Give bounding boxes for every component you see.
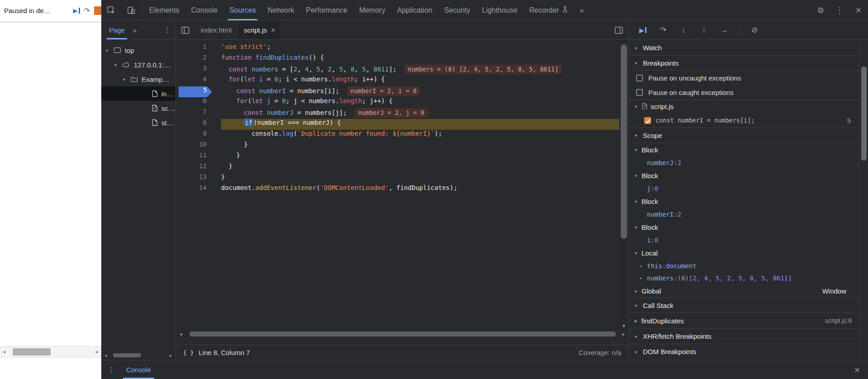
step-button[interactable]: → bbox=[716, 24, 733, 37]
file-tree-item-style[interactable]: style… bbox=[101, 115, 175, 130]
line-number-3[interactable]: 3 bbox=[176, 65, 213, 76]
pretty-print-icon[interactable]: { } bbox=[183, 349, 193, 356]
breakpoint-file-group[interactable]: ▾ script.js bbox=[629, 99, 859, 113]
code-line-9[interactable]: console.log(`Duplicate number found: ${n… bbox=[221, 130, 619, 141]
panel-tab-security[interactable]: Security bbox=[438, 0, 476, 20]
call-stack-section-header[interactable]: ▾ Call Stack bbox=[629, 298, 859, 313]
file-tab-index-html[interactable]: index.html bbox=[195, 21, 238, 39]
line-number-9[interactable]: 9 bbox=[176, 130, 213, 141]
checkbox-unchecked-icon[interactable] bbox=[636, 75, 643, 81]
code-line-10[interactable]: } bbox=[221, 141, 619, 152]
scope-group-block[interactable]: ▾Block bbox=[629, 194, 859, 208]
code-line-6[interactable]: for(let j = 0; j < numbers.length; j++) … bbox=[221, 97, 619, 108]
scope-variable-i[interactable]: i: 0 bbox=[629, 234, 859, 246]
line-number-11[interactable]: 11 bbox=[176, 152, 213, 162]
line-number-8[interactable]: 8 bbox=[176, 119, 213, 130]
scope-group-global[interactable]: ▸GlobalWindow bbox=[629, 284, 859, 298]
breakpoint-entry[interactable]: const numberI = numbers[i]; 5 bbox=[629, 113, 859, 128]
code-line-5[interactable]: const numberI = numbers[i];numberI = 2, … bbox=[221, 86, 619, 97]
devtools-menu-kebab-icon[interactable]: ⋮ bbox=[830, 0, 849, 20]
file-tree-item-inde[interactable]: inde… bbox=[101, 86, 175, 101]
panel-tab-network[interactable]: Network bbox=[262, 0, 300, 20]
more-panels-button[interactable]: » bbox=[574, 0, 589, 20]
line-number-14[interactable]: 14 bbox=[176, 184, 213, 195]
scope-group-block[interactable]: ▾Block bbox=[629, 143, 859, 156]
panel-tab-performance[interactable]: Performance bbox=[300, 0, 354, 20]
deactivate-breakpoints-button[interactable]: ⊘ bbox=[746, 24, 763, 37]
navigator-horizontal-scrollbar[interactable]: ◄ ► bbox=[101, 351, 175, 360]
editor-vscrollbar-thumb[interactable] bbox=[621, 44, 627, 239]
scope-group-block[interactable]: ▾Block bbox=[629, 220, 859, 234]
panel-tab-recorder[interactable]: Recorder bbox=[524, 0, 575, 20]
tab-console-drawer[interactable]: Console bbox=[123, 360, 154, 379]
scroll-right-arrow-icon[interactable]: ► bbox=[167, 351, 175, 360]
scroll-left-arrow-icon[interactable]: ◄ bbox=[0, 346, 8, 357]
close-devtools-button[interactable]: × bbox=[849, 0, 868, 20]
panel-tab-memory[interactable]: Memory bbox=[353, 0, 391, 20]
file-tree-item-top[interactable]: ▾top bbox=[101, 43, 175, 57]
execution-line-8[interactable]: if(numberI === numberJ) { bbox=[221, 119, 619, 130]
scroll-right-arrow-icon[interactable]: ► bbox=[619, 329, 627, 339]
navigator-menu-kebab-icon[interactable]: ⋮ bbox=[164, 26, 171, 34]
breakpoints-section-header[interactable]: ▾ Breakpoints bbox=[629, 55, 859, 71]
settings-gear-icon[interactable]: ⚙ bbox=[811, 0, 830, 20]
line-number-13[interactable]: 13 bbox=[176, 173, 213, 184]
file-tab-script-js[interactable]: script.js× bbox=[238, 21, 281, 39]
chevron-down-icon[interactable]: ▾ bbox=[114, 62, 122, 67]
breakpoint-marker-line-5[interactable]: 5 bbox=[179, 86, 212, 97]
sidebar-vertical-scrollbar[interactable] bbox=[859, 40, 868, 360]
line-number-12[interactable]: 12 bbox=[176, 162, 213, 173]
close-tab-icon[interactable]: × bbox=[271, 26, 275, 34]
line-number-2[interactable]: 2 bbox=[176, 54, 213, 65]
panel-tab-application[interactable]: Application bbox=[391, 0, 438, 20]
close-drawer-button[interactable]: × bbox=[846, 365, 868, 375]
code-line-2[interactable]: function findDuplicates() { bbox=[221, 54, 619, 65]
code-line-4[interactable]: for(let i = 0; i < numbers.length; i++) … bbox=[221, 76, 619, 86]
drawer-menu-kebab-icon[interactable]: ⋮ bbox=[101, 365, 121, 374]
xhr-breakpoints-section-header[interactable]: ▸ XHR/fetch Breakpoints bbox=[629, 328, 859, 344]
inspect-element-icon[interactable] bbox=[101, 0, 121, 20]
step-into-button[interactable]: ↓ bbox=[675, 24, 692, 37]
scope-variable-this[interactable]: ▸this: document bbox=[629, 260, 859, 272]
scroll-left-arrow-icon[interactable]: ◄ bbox=[102, 351, 109, 360]
code-line-11[interactable]: } bbox=[221, 152, 619, 162]
editor-vertical-scrollbar[interactable]: ▼ bbox=[619, 40, 628, 329]
code-line-13[interactable]: } bbox=[221, 173, 619, 184]
navigator-more-tabs-button[interactable]: » bbox=[133, 26, 137, 34]
line-number-10[interactable]: 10 bbox=[176, 141, 213, 152]
line-number-1[interactable]: 1 bbox=[176, 43, 213, 54]
checkbox-checked-icon[interactable] bbox=[644, 117, 651, 124]
editor-hscrollbar-thumb[interactable] bbox=[189, 332, 616, 336]
chevron-down-icon[interactable]: ▾ bbox=[123, 77, 131, 82]
code-line-3[interactable]: const numbers = [2, 4, 5, 2, 5, 8, 5, 86… bbox=[221, 65, 619, 76]
resume-button[interactable]: ▶ bbox=[634, 24, 651, 37]
file-tree-item-examp[interactable]: ▾Examp… bbox=[101, 72, 175, 86]
sidebar-scrollbar-thumb[interactable] bbox=[861, 66, 867, 161]
chevron-down-icon[interactable]: ▾ bbox=[106, 48, 113, 53]
code-area[interactable]: 'use strict';function findDuplicates() {… bbox=[213, 40, 619, 329]
toggle-navigator-sidebar-icon[interactable] bbox=[176, 21, 195, 39]
pause-on-uncaught-exceptions-row[interactable]: Pause on uncaught exceptions bbox=[629, 71, 859, 85]
panel-tab-lighthouse[interactable]: Lighthouse bbox=[476, 0, 523, 20]
line-number-7[interactable]: 7 bbox=[176, 108, 213, 119]
panel-tab-elements[interactable]: Elements bbox=[143, 0, 185, 20]
overlay-step-over-button[interactable]: ↷ bbox=[84, 6, 90, 15]
file-tree-item-127001[interactable]: ▾127.0.0.1:… bbox=[101, 57, 175, 72]
code-line-12[interactable]: } bbox=[221, 162, 619, 173]
code-line-1[interactable]: 'use strict'; bbox=[221, 43, 619, 54]
call-stack-frame[interactable]: ▸ findDuplicates script.js:8 bbox=[629, 313, 859, 328]
line-number-gutter[interactable]: 1234567891011121314 bbox=[176, 40, 213, 329]
scope-group-block[interactable]: ▾Block bbox=[629, 169, 859, 182]
watch-section-header[interactable]: ▸ Watch bbox=[629, 40, 859, 55]
scroll-left-arrow-icon[interactable]: ◄ bbox=[177, 329, 185, 339]
scope-variable-numberJ[interactable]: numberJ: 2 bbox=[629, 156, 859, 169]
code-line-14[interactable]: document.addEventListener('DOMContentLoa… bbox=[221, 184, 619, 195]
checkbox-unchecked-icon[interactable] bbox=[636, 89, 643, 96]
editor-area[interactable]: 1234567891011121314 'use strict';functio… bbox=[176, 40, 628, 329]
overlay-resume-button[interactable]: ▶ bbox=[73, 7, 80, 14]
pause-on-caught-exceptions-row[interactable]: Pause on caught exceptions bbox=[629, 85, 859, 99]
page-horizontal-scrollbar[interactable]: ◄ ► bbox=[0, 346, 101, 358]
editor-horizontal-scrollbar[interactable]: ◄ ► bbox=[176, 329, 628, 339]
step-over-button[interactable]: ↷ bbox=[655, 24, 672, 37]
line-number-4[interactable]: 4 bbox=[176, 76, 213, 86]
